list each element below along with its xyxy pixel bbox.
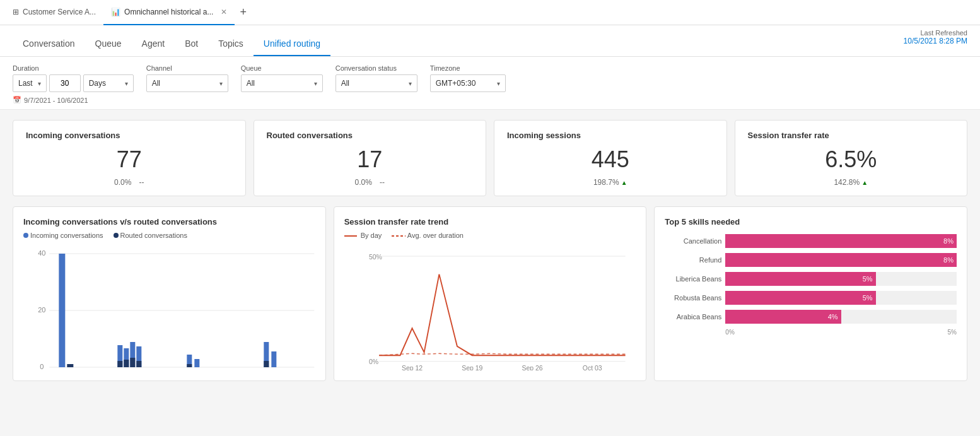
skill-arabica: Arabica Beans 4% [665, 310, 957, 324]
svg-rect-20 [271, 351, 276, 367]
svg-rect-12 [124, 360, 129, 367]
svg-text:50%: 50% [369, 254, 382, 261]
nav-queue[interactable]: Queue [85, 25, 132, 56]
line-chart-legend: By day Avg. over duration [344, 232, 636, 239]
channel-select[interactable]: All ▾ [146, 74, 228, 92]
skills-axis: 0% 5% [665, 329, 957, 336]
chevron-icon: ▾ [219, 80, 223, 87]
nav-agent[interactable]: Agent [132, 25, 175, 56]
svg-text:0%: 0% [369, 359, 378, 366]
svg-text:Sep 19: Sep 19 [462, 365, 482, 370]
skills-chart: Cancellation 8% Refund 8% Liberica Beans [665, 232, 957, 338]
chevron-icon: ▾ [497, 80, 500, 87]
filter-queue: Queue All ▾ [241, 64, 323, 92]
kpi-session-transfer-rate: Session transfer rate 6.5% 142.8% ▲ [735, 120, 968, 196]
svg-text:40: 40 [38, 249, 45, 257]
cs-icon: ⊞ [13, 8, 19, 16]
queue-select[interactable]: All ▾ [241, 74, 323, 92]
calendar-icon: 📅 [13, 96, 21, 104]
filter-conversation-status: Conversation status All ▾ [335, 64, 417, 92]
tab-omnichannel[interactable]: 📊 Omnichannel historical a... ✕ [103, 0, 235, 25]
chevron-icon: ▾ [409, 80, 412, 87]
tab-customer-service[interactable]: ⊞ Customer Service A... [5, 0, 103, 25]
duration-value-input[interactable] [49, 74, 81, 92]
line-chart-area: 50% 0% Sep 12 Sep 19 Sep 26 Oct 03 [344, 244, 636, 370]
svg-rect-17 [194, 359, 199, 367]
filters-bar: Duration Last ▾ Days ▾ Channel All ▾ [0, 57, 980, 110]
skill-liberica: Liberica Beans 5% [665, 272, 957, 286]
timezone-select[interactable]: GMT+05:30 ▾ [430, 74, 506, 92]
tab-bar: ⊞ Customer Service A... 📊 Omnichannel hi… [0, 0, 980, 25]
bar-chart-card: Incoming conversations v/s routed conver… [13, 206, 326, 381]
kpi-routed-conversations: Routed conversations 17 0.0% -- [254, 120, 487, 196]
duration-preset-select[interactable]: Last ▾ [13, 74, 47, 92]
nav-bar: Conversation Queue Agent Bot Topics Unif… [0, 25, 980, 57]
tab-close-button[interactable]: ✕ [221, 8, 227, 16]
nav-conversation[interactable]: Conversation [13, 25, 85, 56]
svg-rect-15 [136, 361, 141, 367]
svg-rect-13 [130, 358, 135, 367]
chevron-icon: ▾ [38, 80, 41, 87]
duration-unit-select[interactable]: Days ▾ [83, 74, 134, 92]
nav-topics[interactable]: Topics [208, 25, 254, 56]
kpi-incoming-conversations: Incoming conversations 77 0.0% -- [13, 120, 246, 196]
svg-rect-6 [59, 254, 65, 367]
bar-chart-legend: Incoming conversations Routed conversati… [23, 232, 315, 239]
tab-add-button[interactable]: + [240, 6, 247, 19]
nav-bot[interactable]: Bot [175, 25, 208, 56]
svg-rect-18 [187, 364, 192, 367]
last-refreshed: Last Refreshed 10/5/2021 8:28 PM [904, 29, 967, 45]
chevron-icon: ▾ [125, 80, 128, 87]
skill-refund: Refund 8% [665, 253, 957, 267]
date-range: 📅 9/7/2021 - 10/6/2021 [13, 96, 967, 104]
filter-duration: Duration Last ▾ Days ▾ [13, 64, 134, 92]
svg-text:Sep 26: Sep 26 [522, 365, 542, 370]
svg-text:Sep 12: Sep 12 [402, 365, 423, 370]
svg-text:Oct 03: Oct 03 [582, 365, 602, 370]
skills-chart-card: Top 5 skills needed Cancellation 8% Refu… [654, 206, 967, 381]
svg-rect-11 [117, 361, 122, 367]
kpi-incoming-sessions: Incoming sessions 445 198.7% ▲ [494, 120, 727, 196]
svg-text:0: 0 [40, 363, 44, 370]
svg-rect-21 [264, 361, 269, 367]
filter-timezone: Timezone GMT+05:30 ▾ [430, 64, 506, 92]
kpi-row: Incoming conversations 77 0.0% -- Routed… [13, 120, 967, 196]
charts-row: Incoming conversations v/s routed conver… [13, 206, 967, 381]
omni-icon: 📊 [111, 8, 120, 16]
tab-cs-label: Customer Service A... [23, 8, 96, 16]
svg-text:20: 20 [38, 306, 45, 314]
svg-rect-7 [67, 364, 73, 367]
conversation-status-select[interactable]: All ▾ [335, 74, 417, 92]
bar-chart-area: 40 20 0 [23, 244, 315, 370]
skill-robusta: Robusta Beans 5% [665, 291, 957, 305]
skill-cancellation: Cancellation 8% [665, 234, 957, 248]
up-arrow-icon: ▲ [621, 179, 627, 186]
chevron-icon: ▾ [314, 80, 317, 87]
main-content: Incoming conversations 77 0.0% -- Routed… [0, 110, 980, 391]
filter-channel: Channel All ▾ [146, 64, 228, 92]
line-chart-card: Session transfer rate trend By day Avg. … [334, 206, 647, 381]
up-arrow-icon: ▲ [861, 179, 868, 186]
nav-unified-routing[interactable]: Unified routing [254, 25, 330, 56]
tab-omni-label: Omnichannel historical a... [124, 8, 213, 16]
